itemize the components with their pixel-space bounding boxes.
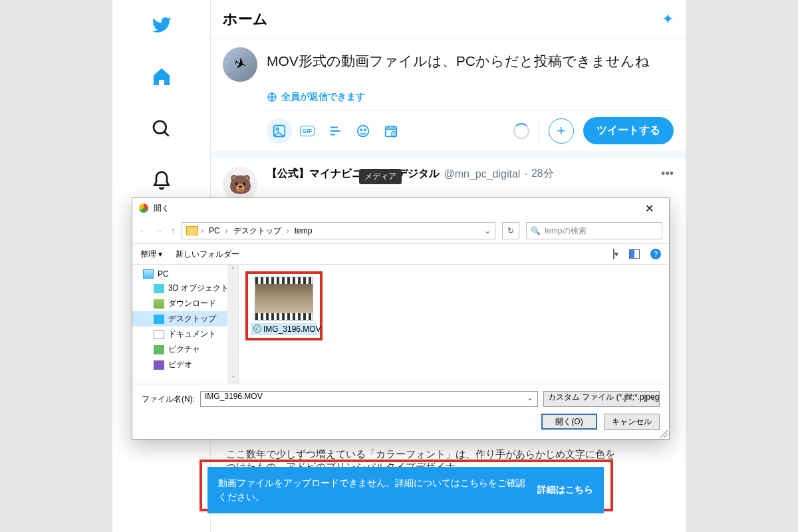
reply-setting-label: 全員が返信できます bbox=[281, 91, 365, 103]
compose-box: ✈ MOV形式の動画ファイルは、PCからだと投稿できませんね 全員が返信できます… bbox=[211, 39, 686, 158]
path-bar[interactable]: › PC › デスクトップ › temp ⌄ bbox=[182, 222, 495, 239]
nav-search-icon[interactable] bbox=[146, 113, 178, 145]
view-menu-icon[interactable]: ▾ bbox=[613, 249, 618, 259]
file-item[interactable]: ✓IMG_3196.MOV bbox=[251, 277, 317, 335]
feed-more-icon[interactable]: ••• bbox=[661, 167, 674, 181]
nav-notifications-icon[interactable] bbox=[146, 165, 178, 197]
compose-toolbar: GIF + ツイートする bbox=[267, 110, 674, 147]
filetype-filter[interactable]: カスタム ファイル (*.jfif;*.pjpeg;*.jp bbox=[543, 391, 660, 407]
feed-avatar[interactable]: 🐻 bbox=[223, 167, 257, 201]
file-name: IMG_3196.MOV bbox=[263, 325, 321, 334]
breadcrumb[interactable]: temp bbox=[292, 226, 315, 235]
breadcrumb[interactable]: PC bbox=[206, 226, 223, 235]
nav-up-icon[interactable]: ↑ bbox=[171, 226, 175, 235]
page-title: ホーム bbox=[223, 9, 268, 29]
filename-input[interactable]: IMG_3196.MOV bbox=[200, 391, 538, 407]
svg-point-6 bbox=[360, 129, 362, 130]
feed-author-name: 【公式】マイナビニュース デジタル bbox=[267, 167, 440, 181]
tree-desktop[interactable]: デスクトップ bbox=[132, 311, 238, 327]
svg-point-4 bbox=[276, 128, 279, 130]
annotation-highlight: ✓IMG_3196.MOV bbox=[245, 271, 323, 340]
char-count-spinner bbox=[513, 123, 529, 139]
organize-menu[interactable]: 整理 ▾ bbox=[140, 249, 162, 260]
chevron-down-icon[interactable]: ⌄ bbox=[484, 226, 491, 235]
media-icon[interactable] bbox=[267, 118, 292, 144]
feed-author-handle: @mn_pc_digital bbox=[444, 168, 520, 180]
dialog-nav: ← → ↑ › PC › デスクトップ › temp ⌄ ↻ 🔍 tempの検索 bbox=[132, 218, 669, 243]
avatar[interactable]: ✈ bbox=[223, 47, 257, 82]
svg-point-0 bbox=[154, 121, 166, 134]
reply-setting[interactable]: 全員が返信できます bbox=[267, 91, 674, 103]
folder-icon bbox=[186, 226, 198, 235]
breadcrumb[interactable]: デスクトップ bbox=[231, 225, 284, 237]
folder-tree: PC 3D オブジェクト ダウンロード デスクトップ ドキュメント ピクチャ ビ… bbox=[132, 265, 239, 384]
dialog-toolbar: 整理 ▾ 新しいフォルダー ▾ ? bbox=[132, 243, 669, 265]
resize-grip[interactable] bbox=[660, 430, 668, 438]
dialog-titlebar[interactable]: 開く ✕ bbox=[132, 198, 669, 218]
video-thumbnail-icon bbox=[255, 277, 313, 321]
emoji-icon[interactable] bbox=[350, 118, 376, 144]
tree-videos[interactable]: ビデオ bbox=[132, 357, 238, 372]
open-button[interactable]: 開く(O) bbox=[541, 414, 597, 430]
media-tooltip: メディア bbox=[359, 169, 402, 184]
tree-pc[interactable]: PC bbox=[132, 267, 238, 281]
file-open-dialog: 開く ✕ ← → ↑ › PC › デスクトップ › temp ⌄ ↻ 🔍 te… bbox=[132, 198, 670, 440]
chrome-icon bbox=[139, 203, 148, 213]
toast-message: 動画ファイルをアップロードできません。詳細についてはこちらをご確認ください。 bbox=[218, 476, 527, 504]
schedule-icon[interactable] bbox=[378, 118, 404, 144]
tree-3d-objects[interactable]: 3D オブジェクト bbox=[132, 281, 238, 296]
dialog-title: 開く bbox=[154, 203, 170, 214]
search-placeholder: tempの検索 bbox=[545, 225, 587, 237]
refresh-icon[interactable]: ↻ bbox=[502, 222, 519, 239]
compose-text[interactable]: MOV形式の動画ファイルは、PCからだと投稿できませんね bbox=[267, 47, 674, 82]
header: ホーム ✦ bbox=[211, 0, 686, 39]
close-icon[interactable]: ✕ bbox=[636, 202, 662, 215]
tree-downloads[interactable]: ダウンロード bbox=[132, 296, 238, 311]
nav-home-icon[interactable] bbox=[146, 61, 178, 93]
nav-back-icon[interactable]: ← bbox=[139, 226, 147, 235]
tree-scrollbar[interactable]: ˄˅ bbox=[227, 265, 238, 384]
tree-pictures[interactable]: ピクチャ bbox=[132, 342, 238, 357]
dialog-footer: ファイル名(N): IMG_3196.MOV カスタム ファイル (*.jfif… bbox=[132, 384, 669, 439]
sync-check-icon: ✓ bbox=[253, 325, 261, 332]
toast-details-link[interactable]: 詳細はこちら bbox=[537, 484, 593, 496]
filename-label: ファイル名(N): bbox=[142, 394, 195, 405]
preview-pane-icon[interactable] bbox=[629, 249, 640, 259]
search-icon: 🔍 bbox=[531, 226, 541, 235]
twitter-logo-icon[interactable] bbox=[146, 9, 178, 41]
sparkle-icon[interactable]: ✦ bbox=[662, 11, 674, 28]
nav-forward-icon[interactable]: → bbox=[155, 226, 163, 235]
cancel-button[interactable]: キャンセル bbox=[604, 414, 660, 430]
gif-icon[interactable]: GIF bbox=[295, 118, 320, 144]
tree-documents[interactable]: ドキュメント bbox=[132, 327, 238, 342]
tweet-button[interactable]: ツイートする bbox=[583, 117, 674, 144]
svg-point-5 bbox=[358, 125, 369, 136]
file-list[interactable]: ✓IMG_3196.MOV bbox=[239, 265, 669, 384]
new-folder-button[interactable]: 新しいフォルダー bbox=[176, 249, 239, 260]
add-tweet-button[interactable]: + bbox=[549, 118, 574, 144]
help-icon[interactable]: ? bbox=[650, 249, 661, 259]
search-input[interactable]: 🔍 tempの検索 bbox=[526, 222, 662, 239]
feed-time: 28分 bbox=[531, 167, 554, 181]
upload-error-toast: 動画ファイルをアップロードできません。詳細についてはこちらをご確認ください。 詳… bbox=[207, 467, 604, 513]
poll-icon[interactable] bbox=[323, 118, 348, 144]
svg-point-7 bbox=[364, 129, 366, 130]
